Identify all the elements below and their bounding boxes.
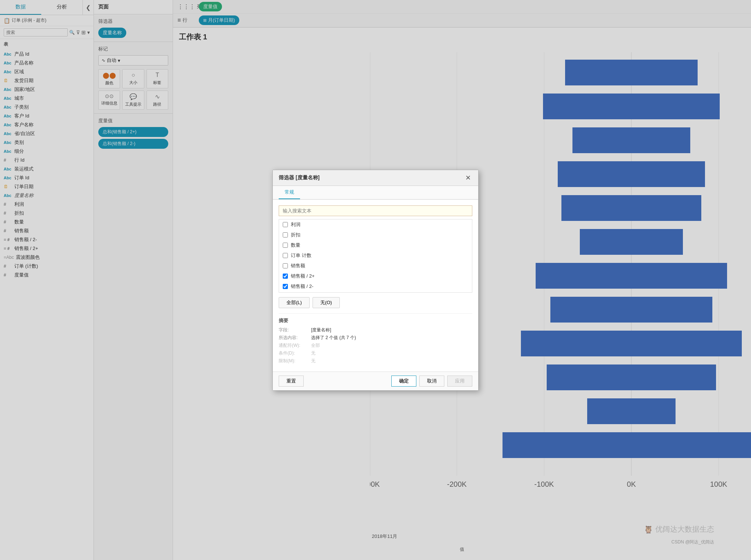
modal-search-input[interactable]: [279, 205, 472, 216]
summary-wildcard: 通配符(W): 全部: [279, 342, 472, 349]
summary-section: 摘要 字段: [度量名称] 所选内容: 选择了 2 个值 (共 7 个) 通配符…: [279, 313, 472, 364]
checkbox-销售额[interactable]: [283, 263, 288, 268]
check-item-销售额[interactable]: 销售额: [279, 261, 472, 271]
btn-cancel[interactable]: 取消: [419, 376, 444, 387]
modal-header: 筛选器 [度量名称] ✕: [273, 170, 478, 186]
summary-title: 摘要: [279, 317, 472, 324]
checkbox-利润[interactable]: [283, 222, 288, 227]
checkbox-折扣[interactable]: [283, 232, 288, 237]
tab-general[interactable]: 常规: [279, 186, 300, 199]
btn-none[interactable]: 无(O): [313, 297, 340, 308]
check-item-销售额2pos[interactable]: 销售额 / 2+: [279, 271, 472, 281]
btn-apply[interactable]: 应用: [447, 376, 472, 387]
modal-footer: 重置 确定 取消 应用: [273, 371, 478, 390]
check-item-折扣[interactable]: 折扣: [279, 230, 472, 240]
btn-ok[interactable]: 确定: [391, 376, 416, 387]
check-item-数量[interactable]: 数量: [279, 240, 472, 250]
modal-title: 筛选器 [度量名称]: [279, 175, 320, 181]
modal-tabs: 常规: [273, 186, 478, 200]
filter-checklist: 利润 折扣 数量 订单 计数: [279, 219, 472, 293]
check-item-利润[interactable]: 利润: [279, 219, 472, 230]
filter-modal: 筛选器 [度量名称] ✕ 常规 利润 折扣: [272, 170, 479, 391]
modal-close-button[interactable]: ✕: [464, 174, 472, 182]
summary-limit: 限制(M): 无: [279, 358, 472, 364]
summary-field: 字段: [度量名称]: [279, 327, 472, 333]
btn-all[interactable]: 全部(L): [279, 297, 310, 308]
all-none-buttons: 全部(L) 无(O): [279, 297, 472, 308]
checkbox-订单计数[interactable]: [283, 253, 288, 258]
modal-overlay: 筛选器 [度量名称] ✕ 常规 利润 折扣: [0, 0, 751, 560]
summary-condition: 条件(D): 无: [279, 350, 472, 356]
checkbox-销售额2pos[interactable]: [283, 274, 288, 279]
summary-selected: 所选内容: 选择了 2 个值 (共 7 个): [279, 335, 472, 341]
modal-body: 利润 折扣 数量 订单 计数: [273, 200, 478, 371]
checkbox-数量[interactable]: [283, 243, 288, 248]
btn-reset[interactable]: 重置: [279, 376, 304, 387]
check-item-销售额2neg[interactable]: 销售额 / 2-: [279, 281, 472, 292]
check-item-订单计数[interactable]: 订单 计数: [279, 250, 472, 261]
checkbox-销售额2neg[interactable]: [283, 284, 288, 289]
